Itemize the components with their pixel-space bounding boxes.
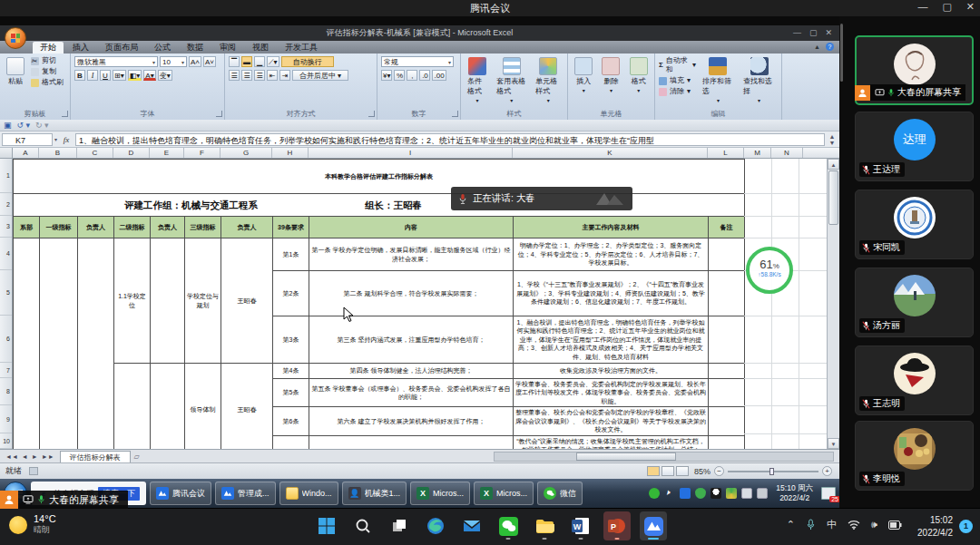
office-button[interactable]: [5, 27, 26, 49]
table-cell-work[interactable]: 整理董事会、校长办公会和党委会制定的学校的学校章程、《党政联席会会议议事规则》、…: [514, 407, 709, 435]
column-header[interactable]: B: [39, 148, 77, 158]
italic-button[interactable]: I: [87, 70, 98, 81]
column-header[interactable]: H: [272, 148, 309, 158]
table-cell[interactable]: [709, 407, 745, 435]
cut-button[interactable]: ✂剪切: [31, 56, 64, 65]
tab-formulas[interactable]: 公式: [147, 42, 178, 54]
col-header-l2[interactable]: 二级指标: [114, 217, 151, 238]
table-cell-content[interactable]: 第三条 坚持内涵式发展，注重应用型办学特色培育；: [309, 316, 514, 364]
column-header[interactable]: C: [77, 148, 113, 158]
decrease-decimal-button[interactable]: .00: [432, 70, 446, 81]
table-cell-no[interactable]: 第2条: [273, 271, 309, 316]
table-cell[interactable]: [14, 238, 40, 450]
col-header-owner2[interactable]: 负责人: [151, 217, 185, 238]
dialog-launcher-icon[interactable]: [452, 111, 458, 117]
clear-button[interactable]: 清除 ▾: [659, 87, 696, 96]
col-header-l1[interactable]: 一级指标: [40, 217, 78, 238]
align-left-button[interactable]: ☰: [229, 70, 240, 81]
powerpoint-button[interactable]: P: [603, 511, 631, 540]
table-cell[interactable]: [709, 238, 745, 271]
taskbar-item-excel-2[interactable]: X Micros...: [474, 482, 534, 505]
table-row[interactable]: 领导体制 王昭春 第4条 第四条 领导体制健全，法人治理结构完善； 收集党政涉及…: [14, 364, 745, 379]
underline-button[interactable]: U: [100, 70, 111, 81]
table-cell-no[interactable]: 第6条: [273, 407, 309, 435]
table-cell-no[interactable]: 第3条: [273, 316, 309, 364]
table-cell[interactable]: [78, 238, 114, 450]
sidebar-scrollbar[interactable]: [840, 24, 843, 82]
table-cell-no[interactable]: 第5条: [273, 379, 309, 407]
prev-sheet-icon[interactable]: ◄: [22, 453, 28, 460]
scroll-up-icon[interactable]: ▲: [828, 159, 839, 170]
notification-icon[interactable]: 25: [821, 487, 836, 500]
bold-button[interactable]: B: [74, 70, 85, 81]
col-header-l3[interactable]: 三级指标: [185, 217, 221, 238]
row-header[interactable]: 5: [0, 270, 12, 316]
col-header-content[interactable]: 内容: [309, 217, 514, 238]
format-painter-button[interactable]: 格式刷: [31, 78, 64, 87]
format-cells-button[interactable]: 格式▾: [627, 56, 651, 109]
volume-icon[interactable]: 🕪: [871, 519, 877, 530]
column-header[interactable]: D: [113, 148, 150, 158]
table-cell-content[interactable]: [309, 435, 514, 449]
page-layout-view-icon[interactable]: [662, 466, 674, 476]
borders-button[interactable]: ⊞▾: [113, 70, 126, 81]
taskbar-item-tencent-meeting[interactable]: 腾讯会议: [150, 482, 211, 505]
tray-qq-icon[interactable]: [710, 488, 721, 499]
delete-cells-button[interactable]: 删除▾: [599, 56, 622, 109]
table-cell[interactable]: [40, 238, 78, 450]
orientation-button[interactable]: ⟋▾: [267, 56, 279, 67]
font-size-select[interactable]: 10▾: [160, 56, 187, 67]
format-as-table-button[interactable]: 套用表格格式▾: [494, 56, 529, 109]
zoom-slider-knob[interactable]: [769, 468, 774, 475]
taskbar-item-meeting-manage[interactable]: 管理成...: [215, 482, 276, 505]
taskbar-meeting-button[interactable]: [640, 511, 667, 540]
increase-decimal-button[interactable]: .0: [419, 70, 430, 81]
name-box[interactable]: K7: [2, 133, 53, 146]
win7-clock[interactable]: 15:10 周六2022/4/2: [772, 483, 817, 503]
table-cell[interactable]: [709, 271, 745, 316]
grow-font-button[interactable]: A˄: [189, 56, 201, 67]
excel-restore-icon[interactable]: ▢: [809, 25, 818, 41]
win11-start-button[interactable]: [313, 511, 340, 540]
taskbar-item-wechat[interactable]: 微信: [537, 482, 583, 505]
table-cell[interactable]: [151, 364, 185, 450]
first-sheet-icon[interactable]: ◄◄: [5, 453, 18, 460]
dialog-launcher-icon[interactable]: [368, 111, 375, 117]
table-cell-work[interactable]: 明确办学定位：1、办学理念；2、办学类型定位；3、服务面向定位；4、学科专业定位…: [514, 238, 709, 271]
row-header[interactable]: 1: [0, 159, 12, 193]
insert-function-button[interactable]: fx: [59, 135, 74, 144]
find-select-button[interactable]: 查找和选择▾: [740, 56, 778, 109]
autosum-button[interactable]: Σ自动求和 ▾: [659, 56, 696, 74]
align-top-button[interactable]: ▔: [229, 56, 240, 67]
row-header[interactable]: 10: [0, 433, 12, 449]
taskbar-wechat-button[interactable]: [495, 511, 522, 540]
percent-style-button[interactable]: %: [394, 70, 405, 81]
participant-tile[interactable]: 李明悦: [855, 421, 974, 491]
column-header[interactable]: K: [513, 148, 708, 158]
tab-home[interactable]: 开始: [33, 42, 64, 54]
table-subtitle-row[interactable]: 评建工作组：机械与交通工程系 组长：王昭春: [14, 194, 745, 217]
row-header[interactable]: 9: [0, 405, 12, 433]
table-cell[interactable]: [709, 379, 745, 407]
table-cell-content[interactable]: 第六条 建立了学校发展决策机构并很好发挥了作用；: [309, 407, 514, 435]
last-sheet-icon[interactable]: ►►: [42, 453, 54, 460]
tray-clipboard-icon[interactable]: [741, 488, 752, 499]
tab-view[interactable]: 视图: [245, 42, 276, 54]
table-cell-no[interactable]: 第1条: [273, 238, 309, 271]
table-cell[interactable]: [114, 364, 151, 450]
close-icon[interactable]: ✕: [966, 1, 975, 13]
sheet-tab[interactable]: 评估指标分解表: [60, 451, 131, 462]
tab-review[interactable]: 审阅: [212, 42, 243, 54]
spreadsheet-grid[interactable]: 1 2 3 4 5 6 7 8 9 10 本科教学合格评估评建工作指标分解表: [0, 159, 839, 449]
macro-record-icon[interactable]: [29, 467, 38, 475]
excel-close-icon[interactable]: ✕: [825, 25, 832, 41]
tab-developer[interactable]: 开发工具: [278, 42, 325, 54]
table-cell-work[interactable]: “教代会”议案采纳的情况；收集体现学校民主管理的机构工作文档，如学校工作委员会、…: [514, 435, 709, 449]
number-format-select[interactable]: 常规▾: [381, 56, 454, 67]
row-header[interactable]: 4: [0, 238, 12, 270]
font-color-button[interactable]: A▾: [143, 70, 155, 81]
column-header[interactable]: E: [150, 148, 184, 158]
scroll-down-icon[interactable]: ▼: [828, 438, 839, 449]
font-name-select[interactable]: 微软雅黑▾: [74, 56, 158, 67]
column-header[interactable]: M: [744, 148, 771, 158]
